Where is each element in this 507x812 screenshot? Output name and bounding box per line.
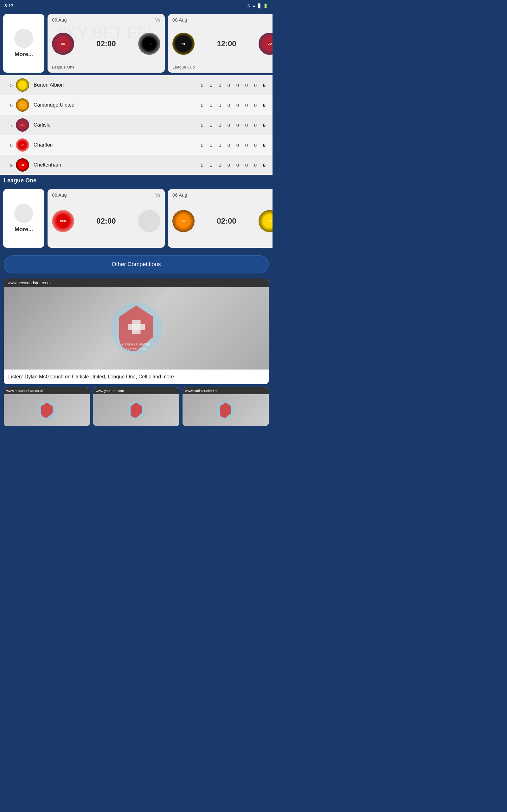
row-position-8: 8 bbox=[4, 142, 13, 148]
row-position-7: 7 bbox=[4, 122, 13, 128]
table-row[interactable]: 7 CU Carlisle 0 0 0 0 0 0 0 0 bbox=[0, 115, 273, 135]
row-logo-burton: BA bbox=[16, 78, 29, 92]
small-news-logo-3 bbox=[216, 401, 235, 420]
home-logo-carlisle: CU bbox=[52, 33, 74, 55]
match-date-barnsley: 06 Aug bbox=[52, 192, 67, 198]
card-header-barnsley: 06 Aug Vs bbox=[52, 192, 160, 198]
row-logo-cheltenham: CT bbox=[16, 158, 29, 171]
card-header-blackpool: 06 Aug Vs bbox=[172, 192, 273, 198]
match-time-2: 12:00 bbox=[217, 39, 236, 48]
match-competition-1: League One bbox=[52, 65, 160, 69]
row-total: 0 bbox=[260, 83, 269, 88]
row-logo-charlton: CA bbox=[16, 138, 29, 152]
table-row[interactable]: 5 BA Burton Albion 0 0 0 0 0 0 0 0 bbox=[0, 75, 273, 95]
match-vs-1: Vs bbox=[155, 17, 160, 22]
card-header-2: 08 Aug Vs bbox=[172, 17, 273, 22]
row-name-cheltenham: Cheltenham bbox=[34, 162, 198, 168]
away-logo-burton-l1: BA bbox=[259, 210, 273, 232]
svg-rect-2 bbox=[128, 324, 145, 330]
row-position-9: 9 bbox=[4, 162, 13, 168]
row-name-burton: Burton Albion bbox=[34, 82, 198, 88]
league-one-header: League One bbox=[0, 175, 273, 187]
small-news-source-3: www.carlisleunited.co bbox=[182, 387, 269, 394]
away-logo-barnsley-opp bbox=[138, 210, 160, 232]
row-name-charlton: Charlton bbox=[34, 142, 198, 148]
row-stat-6: 0 bbox=[242, 83, 251, 88]
row-position-5: 5 bbox=[4, 83, 13, 88]
row-name-cambridge: Cambridge United bbox=[34, 102, 198, 108]
away-logo-carlisle-2: CU bbox=[259, 33, 273, 55]
small-news-image-3 bbox=[182, 394, 269, 426]
row-stat-7: 0 bbox=[251, 83, 260, 88]
small-news-image-1 bbox=[4, 394, 90, 426]
league-one-label: League One bbox=[4, 177, 37, 184]
card-header-1: 06 Aug Vs bbox=[52, 17, 160, 22]
row-stat-4: 0 bbox=[224, 83, 233, 88]
news-card-1[interactable]: www.newsandstar.co.uk CARLISLE UNITED FO… bbox=[4, 278, 269, 384]
match-teams-1: CU 02:00 FT bbox=[52, 25, 160, 62]
match-card-harrogate-carlisle[interactable]: 08 Aug Vs HT 12:00 CU League Cup bbox=[168, 14, 273, 72]
home-logo-harrogate: HT bbox=[172, 33, 194, 55]
more-circle-icon-l1 bbox=[14, 204, 33, 223]
news-source-1: www.newsandstar.co.uk bbox=[4, 278, 269, 287]
match-teams-barnsley: BFC 02:00 bbox=[52, 200, 160, 242]
table-row[interactable]: 6 CU Cambridge United 0 0 0 0 0 0 0 0 bbox=[0, 95, 273, 115]
small-news-image-2 bbox=[93, 394, 179, 426]
news-logo-carlisle-big: CARLISLE UNITED FOOTBALL CLUB bbox=[108, 300, 165, 357]
row-stat-2: 0 bbox=[207, 83, 216, 88]
row-stat-3: 0 bbox=[216, 83, 224, 88]
more-card-l1[interactable]: More... bbox=[3, 189, 44, 248]
small-news-row: www.newsandstar.co.uk www.youtube.com ww… bbox=[0, 387, 273, 431]
match-time-1: 02:00 bbox=[96, 39, 116, 48]
row-logo-cambridge: CU bbox=[16, 98, 29, 112]
news-image-1: CARLISLE UNITED FOOTBALL CLUB bbox=[4, 287, 269, 369]
match-date-2: 08 Aug bbox=[172, 17, 187, 22]
home-logo-blackpool: BFC bbox=[172, 210, 194, 232]
small-news-logo-2 bbox=[127, 401, 146, 420]
match-time-blackpool: 02:00 bbox=[217, 217, 236, 225]
match-card-barnsley[interactable]: 06 Aug Vs BFC 02:00 bbox=[48, 189, 165, 248]
other-competitions-button[interactable]: Other Competitions bbox=[4, 255, 269, 273]
small-news-card-1[interactable]: www.newsandstar.co.uk bbox=[4, 387, 90, 426]
row-position-6: 6 bbox=[4, 102, 13, 108]
match-date-blackpool: 06 Aug bbox=[172, 192, 187, 198]
wifi-icon: ▲ bbox=[252, 3, 256, 8]
more-card-cup[interactable]: More... bbox=[3, 14, 44, 72]
status-bar: 3:17 A ▲ ▊ 🔋 bbox=[0, 0, 273, 11]
league-table: 5 BA Burton Albion 0 0 0 0 0 0 0 0 6 CU … bbox=[0, 75, 273, 175]
status-time: 3:17 bbox=[4, 3, 13, 8]
small-news-card-3[interactable]: www.carlisleunited.co bbox=[182, 387, 269, 426]
small-news-card-2[interactable]: www.youtube.com bbox=[93, 387, 179, 426]
match-date-1: 06 Aug bbox=[52, 17, 67, 22]
match-teams-blackpool: BFC 02:00 BA bbox=[172, 200, 273, 242]
match-teams-2: HT 12:00 CU bbox=[172, 25, 273, 62]
more-circle-icon bbox=[14, 29, 33, 48]
match-time-barnsley: 02:00 bbox=[96, 217, 116, 225]
home-logo-barnsley: BFC bbox=[52, 210, 74, 232]
news-caption-1: Listen: Dylan McGeouch on Carlisle Unite… bbox=[4, 369, 269, 384]
row-name-carlisle: Carlisle bbox=[34, 122, 198, 128]
match-competition-2: League Cup bbox=[172, 65, 273, 69]
row-stat-5: 0 bbox=[233, 83, 242, 88]
small-news-source-1: www.newsandstar.co.uk bbox=[4, 387, 90, 394]
league-one-cards-scroll[interactable]: More... 06 Aug Vs BFC 02:00 06 Aug Vs BF… bbox=[0, 187, 273, 250]
table-row[interactable]: 9 CT Cheltenham 0 0 0 0 0 0 0 0 bbox=[0, 155, 273, 175]
row-logo-carlisle-table: CU bbox=[16, 118, 29, 132]
signal-icon: ▊ bbox=[258, 3, 261, 8]
more-label-l1[interactable]: More... bbox=[14, 226, 33, 233]
svg-text:CARLISLE UNITED: CARLISLE UNITED bbox=[122, 343, 151, 346]
match-card-blackpool[interactable]: 06 Aug Vs BFC 02:00 BA bbox=[168, 189, 273, 248]
row-stat-1: 0 bbox=[198, 83, 207, 88]
match-vs-barnsley: Vs bbox=[155, 193, 160, 198]
table-row[interactable]: 8 CA Charlton 0 0 0 0 0 0 0 0 bbox=[0, 135, 273, 155]
small-news-logo-1 bbox=[38, 401, 56, 420]
a-icon: A bbox=[247, 3, 250, 8]
small-news-source-2: www.youtube.com bbox=[93, 387, 179, 394]
more-label-cup[interactable]: More... bbox=[14, 51, 33, 58]
svg-text:FOOTBALL CLUB: FOOTBALL CLUB bbox=[126, 348, 147, 351]
battery-icon: 🔋 bbox=[263, 3, 268, 8]
league-cup-cards-scroll[interactable]: More... 06 Aug Vs CU 02:00 FT SKY BET EF… bbox=[0, 11, 273, 75]
away-logo-ftfc: FT bbox=[138, 33, 160, 55]
status-icons: A ▲ ▊ 🔋 bbox=[247, 3, 268, 8]
match-card-carlisle-ftfc[interactable]: 06 Aug Vs CU 02:00 FT SKY BET EFL League… bbox=[48, 14, 165, 72]
